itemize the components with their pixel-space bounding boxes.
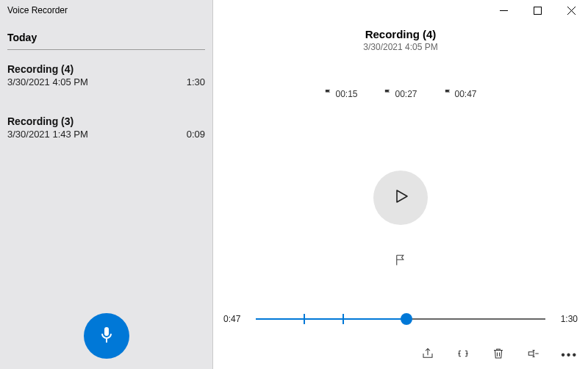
marker-button[interactable]: 00:27 (384, 89, 417, 99)
marker-button[interactable]: 00:47 (444, 89, 477, 99)
recording-list-item[interactable]: Recording (3) 3/30/2021 1:43 PM 0:09 (0, 111, 212, 153)
recording-list: Recording (4) 3/30/2021 4:05 PM 1:30 Rec… (0, 59, 212, 153)
action-bar: ••• (420, 347, 578, 363)
marker-time: 00:27 (395, 89, 417, 99)
flag-icon (394, 254, 407, 270)
recording-duration: 1:30 (187, 76, 205, 87)
trim-icon (456, 347, 470, 363)
detail-title: Recording (4) (213, 28, 588, 40)
add-marker-button[interactable] (387, 248, 414, 275)
flag-icon (444, 89, 452, 99)
recording-date: 3/30/2021 4:05 PM (7, 76, 88, 87)
share-icon (421, 347, 434, 363)
svg-rect-1 (534, 7, 541, 15)
seek-thumb[interactable] (401, 313, 412, 325)
recording-title: Recording (4) (7, 63, 205, 75)
record-button[interactable] (84, 313, 129, 359)
track-marker-tick (304, 314, 305, 324)
marker-row: 00:15 00:27 00:47 (213, 89, 588, 99)
recording-list-item[interactable]: Recording (4) 3/30/2021 4:05 PM 1:30 (0, 59, 212, 101)
play-icon (392, 187, 409, 208)
maximize-button[interactable] (520, 0, 554, 22)
track-marker-tick (343, 314, 344, 324)
rename-icon (527, 347, 540, 363)
minimize-icon (500, 4, 508, 18)
maximize-icon (534, 4, 542, 18)
play-button[interactable] (373, 171, 428, 225)
sidebar: Voice Recorder Today Recording (4) 3/30/… (0, 0, 213, 369)
recording-date: 3/30/2021 1:43 PM (7, 129, 88, 140)
trash-icon (492, 347, 505, 363)
rename-button[interactable] (526, 347, 542, 363)
more-icon: ••• (561, 348, 578, 361)
flag-icon (324, 89, 332, 99)
window-controls (487, 0, 588, 22)
minimize-button[interactable] (487, 0, 520, 22)
seek-bar: 0:47 1:30 (223, 312, 578, 326)
recording-title: Recording (3) (7, 115, 205, 127)
marker-time: 00:15 (335, 89, 357, 99)
elapsed-time: 0:47 (223, 314, 248, 324)
seek-track[interactable] (256, 312, 545, 326)
share-button[interactable] (420, 347, 436, 363)
close-icon (567, 4, 576, 18)
more-button[interactable]: ••• (561, 349, 578, 361)
detail-date: 3/30/2021 4:05 PM (213, 42, 588, 52)
track-progress (256, 318, 406, 320)
trim-button[interactable] (455, 347, 471, 363)
app-title: Voice Recorder (0, 0, 212, 18)
main-panel: Recording (4) 3/30/2021 4:05 PM 00:15 00… (213, 0, 588, 369)
marker-button[interactable]: 00:15 (324, 89, 357, 99)
total-time: 1:30 (553, 314, 578, 324)
close-button[interactable] (554, 0, 588, 22)
microphone-icon (98, 326, 115, 346)
flag-icon (384, 89, 392, 99)
marker-time: 00:47 (455, 89, 477, 99)
section-header-today: Today (7, 32, 205, 50)
recording-duration: 0:09 (187, 129, 205, 140)
delete-button[interactable] (490, 347, 506, 363)
